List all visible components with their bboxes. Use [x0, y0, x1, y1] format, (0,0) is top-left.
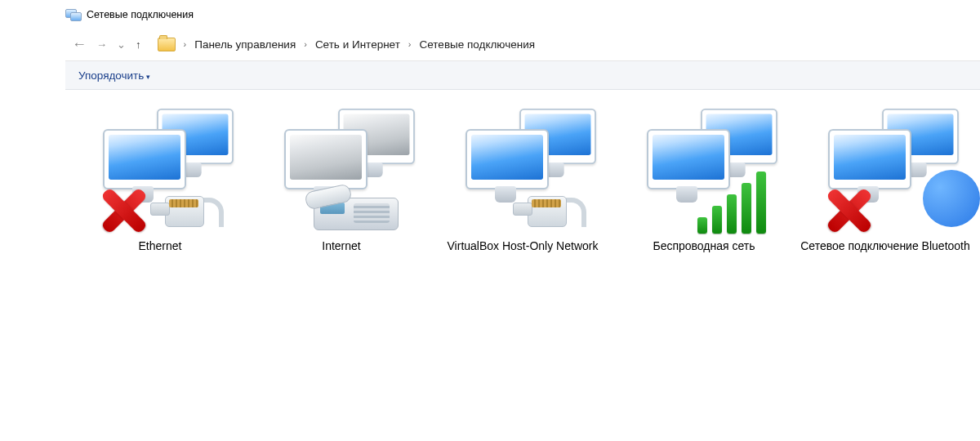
disconnected-x-icon: [95, 188, 145, 235]
connection-ethernet[interactable]: Ethernet: [74, 100, 247, 254]
nav-buttons: ← → ⌄ ↑: [65, 36, 141, 53]
connection-label: Сетевое подключение Bluetooth: [800, 238, 970, 254]
connection-label: VirtualBox Host-Only Network: [448, 238, 599, 254]
connection-bluetooth[interactable]: Сетевое подключение Bluetooth: [799, 100, 972, 254]
navigation-bar: ← → ⌄ ↑ › Панель управления › Сеть и Инт…: [65, 28, 980, 61]
breadcrumb-control-panel[interactable]: Панель управления: [194, 38, 296, 51]
network-adapter-icon: [812, 100, 959, 238]
breadcrumb-separator: ›: [408, 39, 412, 49]
window-title: Сетевые подключения: [87, 9, 194, 20]
network-adapter-icon: [630, 100, 777, 238]
breadcrumb-network-internet[interactable]: Сеть и Интернет: [315, 38, 400, 51]
connection-internet[interactable]: Internet: [255, 100, 428, 254]
back-button[interactable]: ←: [72, 36, 87, 53]
connection-wireless[interactable]: Беспроводная сеть: [617, 100, 791, 254]
toolbar: Упорядочить: [65, 61, 980, 90]
breadcrumb-separator: ›: [304, 39, 307, 49]
network-adapter-icon: [449, 100, 596, 238]
connection-label: Internet: [322, 238, 360, 254]
disconnected-x-icon: [820, 188, 871, 235]
title-bar: Сетевые подключения: [65, 0, 980, 28]
dialup-phone-icon: [307, 172, 405, 237]
up-button[interactable]: ↑: [136, 38, 141, 51]
connections-list: Ethernet Internet VirtualBox Host-: [65, 90, 980, 264]
organize-button[interactable]: Упорядочить: [78, 69, 150, 82]
history-dropdown[interactable]: ⌄: [117, 38, 126, 51]
wifi-signal-icon: [697, 172, 766, 234]
forward-button[interactable]: →: [96, 38, 107, 51]
connection-label: Беспроводная сеть: [653, 238, 755, 254]
address-bar[interactable]: › Панель управления › Сеть и Интернет › …: [153, 33, 981, 55]
breadcrumb-network-connections[interactable]: Сетевые подключения: [420, 38, 536, 51]
breadcrumb-separator: ›: [184, 39, 187, 49]
network-connections-icon: [65, 9, 80, 20]
network-connections-window: Сетевые подключения ← → ⌄ ↑ › Панель упр…: [0, 0, 980, 441]
network-adapter-icon: [268, 100, 415, 238]
ethernet-plug-icon: [150, 176, 220, 234]
bluetooth-icon: [923, 170, 980, 227]
connection-virtualbox-hostonly[interactable]: VirtualBox Host-Only Network: [436, 100, 609, 254]
connection-label: Ethernet: [139, 238, 182, 254]
control-panel-icon: [158, 38, 176, 51]
ethernet-plug-icon: [513, 176, 583, 234]
network-adapter-icon: [87, 100, 234, 238]
